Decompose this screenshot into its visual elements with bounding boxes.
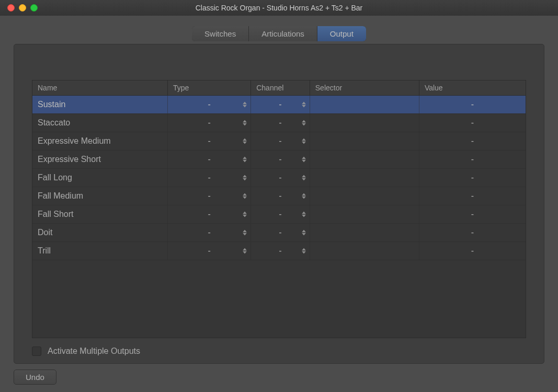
table-row[interactable]: Fall Long---	[32, 169, 526, 187]
stepper-icon[interactable]	[242, 248, 247, 254]
stepper-icon[interactable]	[242, 120, 247, 126]
cell-selector[interactable]	[310, 205, 419, 223]
cell-type-popup[interactable]: -	[168, 224, 251, 241]
stepper-icon[interactable]	[242, 157, 247, 163]
table-row[interactable]: Trill---	[32, 242, 526, 260]
stepper-icon[interactable]	[301, 212, 306, 217]
activate-multiple-outputs-label: Activate Multiple Outputs	[48, 347, 140, 356]
stepper-icon[interactable]	[301, 120, 306, 126]
tab-group: Switches Articulations Output	[192, 26, 366, 41]
minimize-icon[interactable]	[19, 4, 26, 11]
cell-name[interactable]: Fall Medium	[32, 187, 168, 205]
zoom-icon[interactable]	[30, 4, 38, 11]
stepper-icon[interactable]	[242, 102, 247, 108]
cell-name[interactable]: Fall Long	[32, 169, 168, 187]
cell-type-popup[interactable]: -	[168, 187, 251, 205]
table-row[interactable]: Doit---	[32, 224, 526, 242]
cell-name[interactable]: Doit	[32, 224, 168, 241]
table-row[interactable]: Expressive Medium---	[32, 132, 526, 151]
titlebar: Classic Rock Organ - Studio Horns As2 + …	[0, 0, 558, 16]
activate-multiple-outputs-row: Activate Multiple Outputs	[32, 347, 526, 356]
cell-type-popup[interactable]: -	[168, 169, 251, 187]
stepper-icon[interactable]	[242, 139, 247, 144]
cell-type-popup[interactable]: -	[168, 132, 251, 150]
cell-name[interactable]: Trill	[32, 242, 168, 260]
cell-value[interactable]: -	[419, 132, 526, 150]
stepper-icon[interactable]	[242, 193, 247, 199]
content: Switches Articulations Output Name Type …	[0, 16, 558, 392]
table-row[interactable]: Fall Short---	[32, 205, 526, 224]
cell-channel-popup[interactable]: -	[251, 187, 310, 205]
table-row[interactable]: Fall Medium---	[32, 187, 526, 205]
cell-selector[interactable]	[310, 151, 419, 168]
cell-value[interactable]: -	[419, 187, 526, 205]
cell-selector[interactable]	[310, 96, 419, 113]
column-name[interactable]: Name	[32, 80, 168, 95]
cell-name[interactable]: Expressive Medium	[32, 132, 168, 150]
cell-name[interactable]: Fall Short	[32, 205, 168, 223]
cell-selector[interactable]	[310, 187, 419, 205]
cell-value[interactable]: -	[419, 96, 526, 113]
window-title: Classic Rock Organ - Studio Horns As2 + …	[0, 0, 558, 16]
table-row[interactable]: Expressive Short---	[32, 151, 526, 169]
stepper-icon[interactable]	[301, 175, 306, 181]
cell-type-popup[interactable]: -	[168, 96, 251, 113]
table-body: Sustain---Staccato---Expressive Medium--…	[32, 96, 526, 260]
cell-channel-popup[interactable]: -	[251, 242, 310, 260]
stepper-icon[interactable]	[242, 212, 247, 217]
cell-name[interactable]: Expressive Short	[32, 151, 168, 168]
column-selector[interactable]: Selector	[310, 80, 419, 95]
stepper-icon[interactable]	[301, 193, 306, 199]
column-channel[interactable]: Channel	[251, 80, 310, 95]
cell-name[interactable]: Staccato	[32, 114, 168, 132]
cell-selector[interactable]	[310, 224, 419, 241]
cell-channel-popup[interactable]: -	[251, 151, 310, 168]
cell-type-popup[interactable]: -	[168, 114, 251, 132]
cell-type-popup[interactable]: -	[168, 151, 251, 168]
stepper-icon[interactable]	[301, 157, 306, 163]
cell-value[interactable]: -	[419, 205, 526, 223]
tab-switches[interactable]: Switches	[192, 26, 249, 41]
cell-channel-popup[interactable]: -	[251, 169, 310, 187]
cell-channel-popup[interactable]: -	[251, 205, 310, 223]
tab-output[interactable]: Output	[317, 26, 366, 41]
table-row[interactable]: Staccato---	[32, 114, 526, 132]
undo-button[interactable]: Undo	[14, 370, 56, 385]
cell-channel-popup[interactable]: -	[251, 96, 310, 113]
column-type[interactable]: Type	[168, 80, 251, 95]
cell-type-popup[interactable]: -	[168, 242, 251, 260]
cell-selector[interactable]	[310, 132, 419, 150]
cell-name[interactable]: Sustain	[32, 96, 168, 113]
cell-channel-popup[interactable]: -	[251, 132, 310, 150]
cell-selector[interactable]	[310, 242, 419, 260]
close-icon[interactable]	[7, 4, 15, 11]
traffic-lights	[0, 4, 38, 11]
table-row[interactable]: Sustain---	[32, 96, 526, 114]
cell-value[interactable]: -	[419, 151, 526, 168]
cell-value[interactable]: -	[419, 242, 526, 260]
tab-articulations[interactable]: Articulations	[249, 26, 317, 41]
stepper-icon[interactable]	[301, 230, 306, 236]
cell-value[interactable]: -	[419, 169, 526, 187]
output-table: Name Type Channel Selector Value Sustain…	[32, 80, 526, 338]
stepper-icon[interactable]	[301, 102, 306, 108]
activate-multiple-outputs-checkbox[interactable]	[32, 347, 41, 356]
stepper-icon[interactable]	[242, 230, 247, 236]
cell-channel-popup[interactable]: -	[251, 224, 310, 241]
cell-channel-popup[interactable]: -	[251, 114, 310, 132]
cell-value[interactable]: -	[419, 114, 526, 132]
cell-selector[interactable]	[310, 169, 419, 187]
cell-value[interactable]: -	[419, 224, 526, 241]
cell-selector[interactable]	[310, 114, 419, 132]
stepper-icon[interactable]	[301, 248, 306, 254]
output-panel: Name Type Channel Selector Value Sustain…	[14, 44, 544, 364]
app-window: Classic Rock Organ - Studio Horns As2 + …	[0, 0, 558, 392]
column-value[interactable]: Value	[419, 80, 526, 95]
cell-type-popup[interactable]: -	[168, 205, 251, 223]
stepper-icon[interactable]	[301, 139, 306, 144]
stepper-icon[interactable]	[242, 175, 247, 181]
tab-bar: Switches Articulations Output	[0, 26, 558, 41]
table-header: Name Type Channel Selector Value	[32, 80, 526, 96]
